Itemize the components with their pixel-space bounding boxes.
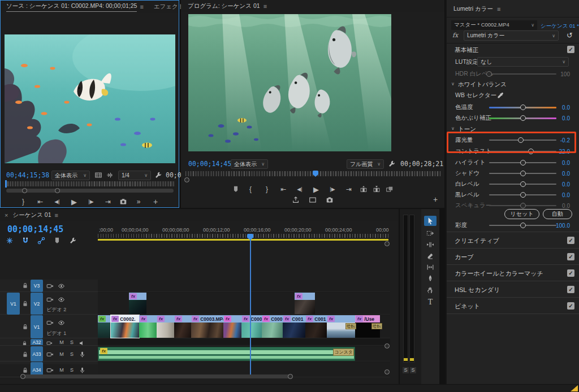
timeline-clip[interactable]: fxC0008.	[241, 315, 262, 338]
reset-effect-icon[interactable]: ↺	[567, 31, 573, 40]
selection-tool[interactable]	[424, 216, 437, 226]
track-output-icon[interactable]	[46, 366, 54, 374]
wb-eyedropper-icon[interactable]	[496, 92, 504, 99]
add-marker-icon[interactable]	[53, 237, 61, 245]
tab-lumetri-color[interactable]: Lumetri カラー	[453, 5, 493, 13]
step-back-button[interactable]: ◀|	[51, 197, 63, 206]
timeline-clip[interactable]: fx	[174, 315, 191, 338]
scrollbar-handle-left[interactable]	[20, 374, 25, 379]
scrollbar-handle-right[interactable]	[288, 374, 293, 379]
timeline-clip[interactable]: fx	[223, 315, 241, 338]
hand-tool[interactable]	[426, 286, 434, 294]
track-output-icon[interactable]	[46, 295, 54, 303]
close-panel-icon[interactable]: ×	[5, 212, 8, 219]
blacks-slider[interactable]	[489, 194, 556, 195]
meter-solo-left[interactable]: S	[403, 367, 409, 373]
creative-checkbox[interactable]: ✓	[567, 237, 574, 244]
play-button[interactable]: ▶	[310, 185, 322, 194]
hsl-secondary-checkbox[interactable]: ✓	[567, 286, 574, 293]
zoom-handle-left[interactable]	[22, 188, 27, 193]
lock-icon[interactable]	[21, 366, 29, 374]
add-button[interactable]: +	[150, 197, 161, 206]
lock-icon[interactable]	[21, 299, 29, 307]
horizontal-scrollbar[interactable]	[21, 374, 292, 378]
highlights-slider[interactable]	[489, 162, 556, 163]
timeline-clip[interactable]: fxC000	[262, 315, 283, 338]
temperature-value[interactable]: 0.0	[562, 104, 570, 111]
safe-margins-icon[interactable]	[309, 196, 317, 204]
program-quality-select[interactable]: フル画質∨	[347, 159, 384, 169]
basic-correction-checkbox[interactable]: ✓	[567, 46, 574, 53]
goto-out-button[interactable]: ⇥	[343, 185, 355, 194]
slip-tool[interactable]	[426, 263, 434, 271]
highlights-value[interactable]: 0.0	[562, 160, 570, 166]
program-timecode[interactable]: 00;00;14;45	[188, 160, 231, 168]
mark-out-button[interactable]: }	[18, 197, 29, 206]
transition-constant-power[interactable]: コンスタ	[333, 349, 354, 356]
whites-slider[interactable]	[489, 184, 556, 185]
program-video-frame[interactable]	[188, 14, 391, 151]
add-marker-icon[interactable]	[232, 185, 240, 193]
tone-collapse-icon[interactable]: ∨	[451, 126, 455, 131]
track-visibility-eye-icon[interactable]	[58, 295, 65, 303]
track-output-icon[interactable]	[46, 319, 54, 326]
saturation-value[interactable]: 100.0	[556, 223, 570, 229]
section-color-wheels[interactable]: カラーホイールとカラーマッチ✓	[447, 264, 579, 281]
vertical-scrollbar-handle[interactable]	[384, 343, 390, 349]
lock-icon[interactable]	[21, 281, 29, 289]
mark-in-button[interactable]: {	[245, 185, 256, 194]
track-name[interactable]: ビデオ 1	[46, 330, 66, 337]
source-timecode[interactable]: 00;44;15;38	[6, 171, 49, 179]
track-name[interactable]: ビデオ 2	[46, 306, 66, 313]
timeline-playhead-line[interactable]	[250, 234, 251, 374]
nested-sequence-toggle-icon[interactable]	[6, 237, 14, 245]
button-editor-overflow-icon[interactable]: »	[133, 197, 144, 206]
linked-selection-icon[interactable]	[37, 237, 45, 245]
timeline-clip[interactable]: fxC001	[305, 315, 327, 338]
mute-button[interactable]: M	[59, 367, 64, 373]
color-wheels-checkbox[interactable]: ✓	[567, 269, 574, 277]
timeline-ruler[interactable]: ;00;00 00;00;04;00 00;00;08;00 00;00;12;…	[98, 225, 390, 241]
track-target-a33[interactable]: A33	[31, 346, 43, 361]
auto-button[interactable]: 自動	[543, 209, 572, 219]
program-panel-menu-icon[interactable]: ≡	[263, 3, 267, 10]
source-patch-v1[interactable]: V1	[7, 293, 20, 315]
lumetri-panel-menu-icon[interactable]: ≡	[497, 6, 500, 12]
timeline-clip[interactable]: fx	[157, 315, 174, 338]
source-video-frame[interactable]	[5, 34, 175, 163]
timeline-clip[interactable]: fxC001	[283, 315, 305, 338]
razor-tool[interactable]	[426, 252, 434, 260]
source-zoom-bar[interactable]	[6, 189, 174, 193]
section-basic-correction[interactable]: 基本補正	[455, 46, 478, 54]
track-output-icon[interactable]	[46, 350, 54, 358]
track-visibility-eye-icon[interactable]	[58, 282, 65, 290]
step-forward-button[interactable]: |▶	[85, 197, 97, 206]
solo-button[interactable]: S	[69, 367, 75, 373]
step-forward-button[interactable]: |▶	[327, 185, 338, 194]
timeline-track-area[interactable]: fx fx fx fxC0002. fx	[98, 280, 390, 364]
track-target-v3[interactable]: V3	[31, 280, 43, 292]
timeline-panel-menu-icon[interactable]: ≡	[55, 212, 58, 219]
reset-button[interactable]: リセット	[504, 209, 539, 219]
meter-solo-right[interactable]: S	[410, 367, 416, 373]
program-fit-select[interactable]: 全体表示∨	[231, 159, 268, 169]
lock-icon[interactable]	[21, 350, 29, 358]
goto-in-button[interactable]: ⇤	[34, 197, 46, 206]
blacks-value[interactable]: 0.0	[562, 192, 570, 198]
voiceover-speaker-icon[interactable]	[79, 339, 85, 346]
mark-out-button[interactable]: }	[261, 185, 273, 194]
timeline-clip-v2[interactable]: fx	[129, 293, 146, 314]
lumetri-sequence-tab[interactable]: シーケンス 01 * C0002.MP4	[541, 23, 579, 30]
white-balance-collapse-icon[interactable]: ∨	[451, 81, 455, 86]
track-select-forward-tool[interactable]	[426, 229, 434, 237]
source-resolution-select[interactable]: 1/4∨	[118, 171, 151, 180]
drag-video-icon[interactable]	[94, 171, 102, 179]
effect-select[interactable]: Lumetri カラー∨	[464, 31, 559, 41]
transition-dip-to-black[interactable]: 暗転	[371, 323, 382, 329]
goto-out-button[interactable]: ⇥	[102, 197, 114, 206]
solo-button[interactable]: S	[69, 351, 75, 357]
source-scrubber[interactable]	[5, 181, 175, 186]
vertical-scrollbar-handle[interactable]	[384, 369, 390, 374]
whites-value[interactable]: 0.0	[562, 181, 570, 188]
tab-source[interactable]: ソース : シーケンス 01: C0002.MP4: 00;00;01;25	[6, 2, 137, 12]
